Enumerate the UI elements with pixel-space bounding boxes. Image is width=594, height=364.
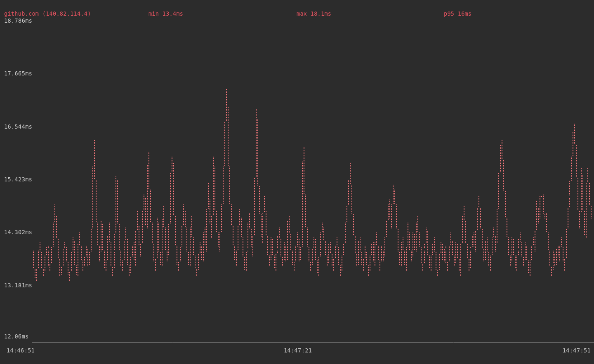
y-axis-tick: 13.181ms — [4, 282, 32, 289]
x-axis-tick-end: 14:47:51 — [563, 347, 591, 354]
min-stat-label: min 13.4ms — [148, 10, 183, 17]
latency-chart-canvas — [0, 0, 594, 364]
y-axis-tick: 15.423ms — [4, 176, 32, 183]
x-axis-tick-start: 14:46:51 — [7, 347, 35, 354]
x-axis-tick-middle: 14:47:21 — [284, 347, 312, 354]
y-axis-tick: 18.786ms — [4, 17, 32, 24]
y-axis-tick: 14.302ms — [4, 229, 32, 235]
host-label: github.com (140.82.114.4) — [4, 10, 91, 17]
y-axis-tick: 16.544ms — [4, 123, 32, 130]
p95-stat-label: p95 16ms — [444, 10, 471, 17]
terminal-window: github.com (140.82.114.4) min 13.4ms max… — [0, 0, 594, 364]
y-axis-tick: 17.665ms — [4, 70, 32, 77]
max-stat-label: max 18.1ms — [297, 10, 331, 17]
y-axis-tick: 12.06ms — [4, 333, 29, 340]
